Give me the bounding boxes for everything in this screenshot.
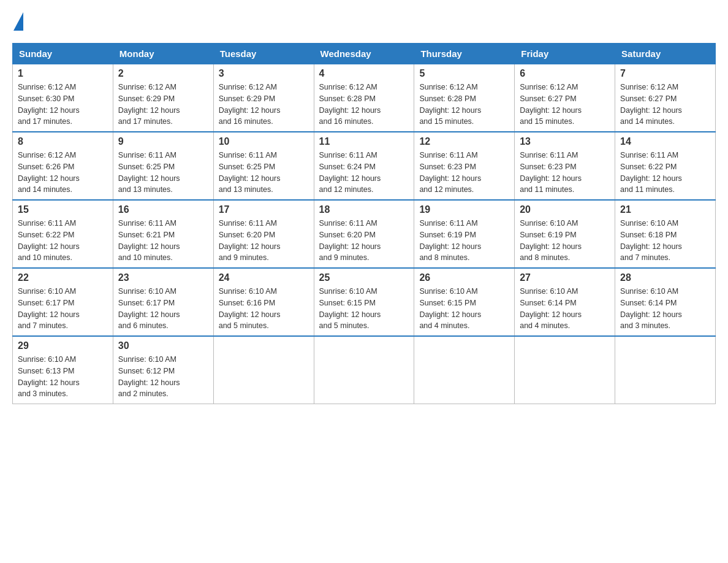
logo: [12, 12, 23, 31]
calendar-cell: 30Sunrise: 6:10 AMSunset: 6:12 PMDayligh…: [113, 336, 213, 404]
day-number: 27: [520, 272, 610, 283]
calendar-cell: 26Sunrise: 6:10 AMSunset: 6:15 PMDayligh…: [414, 268, 515, 336]
day-info: Sunrise: 6:12 AMSunset: 6:28 PMDaylight:…: [419, 82, 509, 128]
day-number: 16: [118, 204, 208, 215]
day-info: Sunrise: 6:11 AMSunset: 6:23 PMDaylight:…: [520, 150, 610, 196]
calendar-cell: 18Sunrise: 6:11 AMSunset: 6:20 PMDayligh…: [314, 200, 414, 268]
calendar-cell: 13Sunrise: 6:11 AMSunset: 6:23 PMDayligh…: [515, 132, 615, 200]
day-info: Sunrise: 6:10 AMSunset: 6:15 PMDaylight:…: [419, 286, 509, 332]
day-info: Sunrise: 6:11 AMSunset: 6:22 PMDaylight:…: [18, 218, 108, 264]
day-number: 13: [520, 136, 610, 147]
day-info: Sunrise: 6:12 AMSunset: 6:29 PMDaylight:…: [118, 82, 208, 128]
calendar-cell: 15Sunrise: 6:11 AMSunset: 6:22 PMDayligh…: [13, 200, 113, 268]
day-info: Sunrise: 6:10 AMSunset: 6:17 PMDaylight:…: [18, 286, 108, 332]
day-info: Sunrise: 6:11 AMSunset: 6:25 PMDaylight:…: [118, 150, 208, 196]
day-info: Sunrise: 6:12 AMSunset: 6:28 PMDaylight:…: [319, 82, 409, 128]
day-number: 4: [319, 68, 409, 79]
day-header-wednesday: Wednesday: [314, 44, 414, 64]
day-number: 20: [520, 204, 610, 215]
day-header-monday: Monday: [113, 44, 213, 64]
day-info: Sunrise: 6:11 AMSunset: 6:20 PMDaylight:…: [219, 218, 309, 264]
day-number: 2: [118, 68, 208, 79]
day-number: 22: [18, 272, 108, 283]
calendar-cell: 16Sunrise: 6:11 AMSunset: 6:21 PMDayligh…: [113, 200, 213, 268]
day-info: Sunrise: 6:12 AMSunset: 6:26 PMDaylight:…: [18, 150, 108, 196]
day-number: 17: [219, 204, 309, 215]
day-info: Sunrise: 6:11 AMSunset: 6:21 PMDaylight:…: [118, 218, 208, 264]
day-number: 12: [419, 136, 509, 147]
day-number: 7: [620, 68, 710, 79]
week-row-2: 8Sunrise: 6:12 AMSunset: 6:26 PMDaylight…: [13, 132, 716, 200]
day-number: 10: [219, 136, 309, 147]
day-header-tuesday: Tuesday: [213, 44, 314, 64]
day-number: 1: [18, 68, 108, 79]
day-info: Sunrise: 6:12 AMSunset: 6:27 PMDaylight:…: [520, 82, 610, 128]
calendar-cell: [615, 336, 716, 404]
calendar-cell: 1Sunrise: 6:12 AMSunset: 6:30 PMDaylight…: [13, 64, 113, 132]
day-info: Sunrise: 6:12 AMSunset: 6:29 PMDaylight:…: [219, 82, 309, 128]
calendar-cell: 4Sunrise: 6:12 AMSunset: 6:28 PMDaylight…: [314, 64, 414, 132]
calendar-cell: 6Sunrise: 6:12 AMSunset: 6:27 PMDaylight…: [515, 64, 615, 132]
day-info: Sunrise: 6:11 AMSunset: 6:22 PMDaylight:…: [620, 150, 710, 196]
day-number: 6: [520, 68, 610, 79]
calendar-cell: 7Sunrise: 6:12 AMSunset: 6:27 PMDaylight…: [615, 64, 716, 132]
calendar-cell: 27Sunrise: 6:10 AMSunset: 6:14 PMDayligh…: [515, 268, 615, 336]
day-info: Sunrise: 6:11 AMSunset: 6:20 PMDaylight:…: [319, 218, 409, 264]
calendar-cell: 5Sunrise: 6:12 AMSunset: 6:28 PMDaylight…: [414, 64, 515, 132]
calendar-cell: 24Sunrise: 6:10 AMSunset: 6:16 PMDayligh…: [213, 268, 314, 336]
calendar-cell: 23Sunrise: 6:10 AMSunset: 6:17 PMDayligh…: [113, 268, 213, 336]
day-info: Sunrise: 6:12 AMSunset: 6:27 PMDaylight:…: [620, 82, 710, 128]
day-number: 3: [219, 68, 309, 79]
day-info: Sunrise: 6:10 AMSunset: 6:17 PMDaylight:…: [118, 286, 208, 332]
day-number: 21: [620, 204, 710, 215]
calendar-cell: 3Sunrise: 6:12 AMSunset: 6:29 PMDaylight…: [213, 64, 314, 132]
day-number: 19: [419, 204, 509, 215]
day-info: Sunrise: 6:10 AMSunset: 6:18 PMDaylight:…: [620, 218, 710, 264]
day-number: 9: [118, 136, 208, 147]
day-info: Sunrise: 6:11 AMSunset: 6:25 PMDaylight:…: [219, 150, 309, 196]
calendar-cell: [515, 336, 615, 404]
day-number: 30: [118, 340, 208, 351]
day-number: 8: [18, 136, 108, 147]
day-number: 25: [319, 272, 409, 283]
day-number: 23: [118, 272, 208, 283]
calendar-cell: 9Sunrise: 6:11 AMSunset: 6:25 PMDaylight…: [113, 132, 213, 200]
logo-triangle-icon: [13, 12, 23, 31]
week-row-5: 29Sunrise: 6:10 AMSunset: 6:13 PMDayligh…: [13, 336, 716, 404]
day-header-saturday: Saturday: [615, 44, 716, 64]
day-info: Sunrise: 6:12 AMSunset: 6:30 PMDaylight:…: [18, 82, 108, 128]
calendar-cell: 12Sunrise: 6:11 AMSunset: 6:23 PMDayligh…: [414, 132, 515, 200]
day-info: Sunrise: 6:11 AMSunset: 6:23 PMDaylight:…: [419, 150, 509, 196]
day-info: Sunrise: 6:11 AMSunset: 6:19 PMDaylight:…: [419, 218, 509, 264]
page-header: [12, 12, 716, 31]
week-row-1: 1Sunrise: 6:12 AMSunset: 6:30 PMDaylight…: [13, 64, 716, 132]
calendar-cell: 10Sunrise: 6:11 AMSunset: 6:25 PMDayligh…: [213, 132, 314, 200]
calendar-cell: 29Sunrise: 6:10 AMSunset: 6:13 PMDayligh…: [13, 336, 113, 404]
calendar-cell: 2Sunrise: 6:12 AMSunset: 6:29 PMDaylight…: [113, 64, 213, 132]
day-number: 5: [419, 68, 509, 79]
day-header-friday: Friday: [515, 44, 615, 64]
day-info: Sunrise: 6:10 AMSunset: 6:19 PMDaylight:…: [520, 218, 610, 264]
day-number: 14: [620, 136, 710, 147]
week-row-4: 22Sunrise: 6:10 AMSunset: 6:17 PMDayligh…: [13, 268, 716, 336]
calendar-cell: 28Sunrise: 6:10 AMSunset: 6:14 PMDayligh…: [615, 268, 716, 336]
day-number: 26: [419, 272, 509, 283]
calendar-cell: 14Sunrise: 6:11 AMSunset: 6:22 PMDayligh…: [615, 132, 716, 200]
calendar-table: SundayMondayTuesdayWednesdayThursdayFrid…: [12, 43, 716, 404]
calendar-cell: 21Sunrise: 6:10 AMSunset: 6:18 PMDayligh…: [615, 200, 716, 268]
day-info: Sunrise: 6:10 AMSunset: 6:14 PMDaylight:…: [620, 286, 710, 332]
calendar-cell: 19Sunrise: 6:11 AMSunset: 6:19 PMDayligh…: [414, 200, 515, 268]
calendar-cell: [314, 336, 414, 404]
day-number: 11: [319, 136, 409, 147]
day-info: Sunrise: 6:10 AMSunset: 6:12 PMDaylight:…: [118, 354, 208, 400]
calendar-cell: 17Sunrise: 6:11 AMSunset: 6:20 PMDayligh…: [213, 200, 314, 268]
week-row-3: 15Sunrise: 6:11 AMSunset: 6:22 PMDayligh…: [13, 200, 716, 268]
day-number: 15: [18, 204, 108, 215]
day-header-thursday: Thursday: [414, 44, 515, 64]
day-info: Sunrise: 6:10 AMSunset: 6:13 PMDaylight:…: [18, 354, 108, 400]
day-number: 29: [18, 340, 108, 351]
day-number: 18: [319, 204, 409, 215]
day-header-sunday: Sunday: [13, 44, 113, 64]
calendar-cell: 25Sunrise: 6:10 AMSunset: 6:15 PMDayligh…: [314, 268, 414, 336]
day-info: Sunrise: 6:10 AMSunset: 6:14 PMDaylight:…: [520, 286, 610, 332]
